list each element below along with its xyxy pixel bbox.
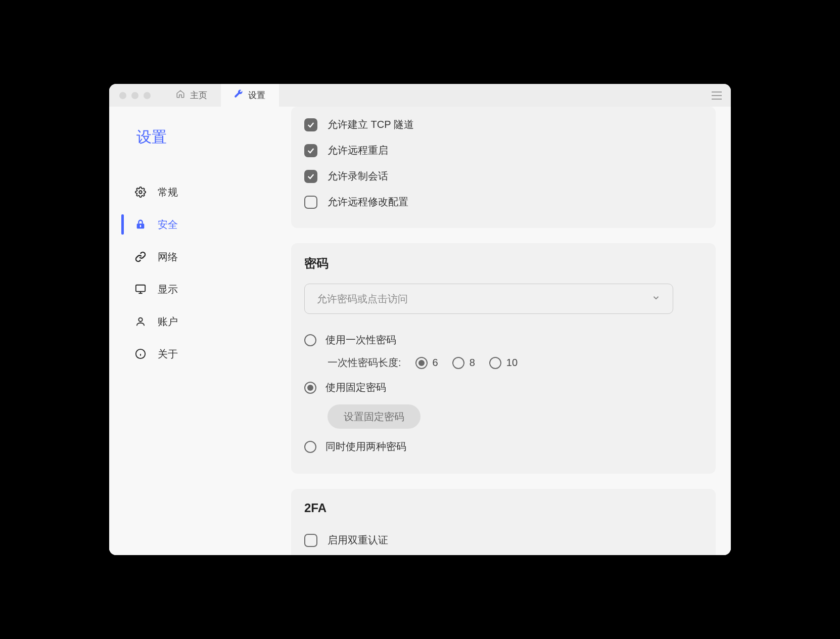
lock-icon [134, 219, 147, 230]
radio-fixed-password[interactable]: 使用固定密码 [304, 374, 703, 401]
tab-home[interactable]: 主页 [163, 84, 221, 107]
access-mode-select[interactable]: 允许密码或点击访问 [304, 284, 673, 314]
chevron-down-icon [651, 293, 661, 305]
home-icon [176, 89, 185, 101]
checkbox-icon [304, 144, 317, 157]
radio-both-passwords[interactable]: 同时使用两种密码 [304, 433, 703, 461]
checkbox-record-session[interactable]: 允许录制会话 [304, 163, 703, 189]
content-area: 允许建立 TCP 隧道 允许远程重启 允许录制会话 允许远程修改配置 密码 [276, 107, 731, 555]
otp-length-label: 一次性密码长度: [328, 356, 401, 370]
checkbox-label: 允许远程重启 [328, 144, 388, 157]
radio-icon [304, 334, 316, 346]
svg-rect-6 [136, 285, 145, 292]
sidebar-item-label: 安全 [158, 218, 178, 232]
svg-rect-5 [140, 225, 141, 227]
sidebar-title: 设置 [109, 127, 276, 148]
sidebar-item-account[interactable]: 账户 [109, 305, 276, 338]
checkbox-label: 启用双重认证 [328, 533, 388, 547]
radio-icon [415, 357, 428, 369]
checkbox-remote-config[interactable]: 允许远程修改配置 [304, 189, 703, 215]
user-icon [134, 316, 147, 327]
svg-point-9 [138, 318, 142, 322]
password-card: 密码 允许密码或点击访问 使用一次性密码 一次性密码长度: 6 [291, 243, 716, 474]
checkbox-icon [304, 196, 317, 209]
section-title-2fa: 2FA [304, 501, 703, 515]
radio-icon [304, 382, 316, 394]
titlebar: 主页 设置 [109, 84, 731, 107]
radio-label: 使用一次性密码 [325, 333, 396, 347]
sidebar-item-label: 网络 [158, 250, 178, 264]
tab-home-label: 主页 [190, 89, 207, 101]
permissions-card: 允许建立 TCP 隧道 允许远程重启 允许录制会话 允许远程修改配置 [291, 107, 716, 228]
checkbox-remote-restart[interactable]: 允许远程重启 [304, 138, 703, 163]
checkbox-tcp-tunnel[interactable]: 允许建立 TCP 隧道 [304, 112, 703, 138]
checkbox-icon [304, 170, 317, 183]
sidebar-item-label: 关于 [158, 347, 178, 361]
checkbox-label: 允许建立 TCP 隧道 [328, 118, 414, 131]
set-fixed-password-button[interactable]: 设置固定密码 [328, 404, 421, 429]
checkbox-icon [304, 118, 317, 131]
checkbox-label: 允许录制会话 [328, 169, 388, 183]
radio-icon [452, 357, 464, 369]
radio-label: 8 [470, 357, 475, 369]
zoom-dot[interactable] [144, 92, 151, 99]
sidebar: 设置 常规 安全 网络 [109, 107, 276, 555]
wrench-icon [234, 89, 243, 101]
radio-one-time-password[interactable]: 使用一次性密码 [304, 326, 703, 354]
sidebar-item-about[interactable]: 关于 [109, 338, 276, 370]
otp-length-6[interactable]: 6 [415, 357, 438, 369]
sidebar-item-security[interactable]: 安全 [109, 208, 276, 241]
close-dot[interactable] [119, 92, 126, 99]
twofa-card: 2FA 启用双重认证 [291, 489, 716, 555]
otp-length-row: 一次性密码长度: 6 8 10 [304, 354, 703, 374]
svg-point-3 [139, 191, 142, 194]
tab-settings-label: 设置 [248, 89, 265, 101]
tabs: 主页 设置 [163, 84, 279, 107]
checkbox-icon [304, 534, 317, 547]
radio-icon [304, 441, 316, 453]
menu-icon[interactable] [712, 92, 722, 102]
window-controls [109, 92, 151, 99]
sidebar-item-label: 常规 [158, 186, 178, 199]
select-value: 允许密码或点击访问 [317, 292, 408, 306]
sidebar-item-network[interactable]: 网络 [109, 241, 276, 273]
radio-icon [489, 357, 501, 369]
tab-settings[interactable]: 设置 [221, 84, 279, 107]
radio-label: 6 [433, 357, 438, 369]
minimize-dot[interactable] [131, 92, 138, 99]
otp-length-8[interactable]: 8 [452, 357, 475, 369]
link-icon [134, 251, 147, 262]
radio-label: 10 [506, 357, 518, 369]
monitor-icon [134, 284, 147, 295]
otp-length-10[interactable]: 10 [489, 357, 518, 369]
radio-label: 使用固定密码 [325, 381, 386, 394]
sidebar-item-label: 显示 [158, 283, 178, 296]
info-icon [134, 348, 147, 359]
gear-icon [134, 187, 147, 198]
checkbox-label: 允许远程修改配置 [328, 195, 408, 209]
radio-label: 同时使用两种密码 [325, 440, 406, 453]
section-title-password: 密码 [304, 255, 703, 271]
sidebar-item-label: 账户 [158, 315, 178, 329]
sidebar-item-general[interactable]: 常规 [109, 176, 276, 208]
sidebar-item-display[interactable]: 显示 [109, 273, 276, 305]
checkbox-enable-2fa[interactable]: 启用双重认证 [304, 527, 703, 553]
